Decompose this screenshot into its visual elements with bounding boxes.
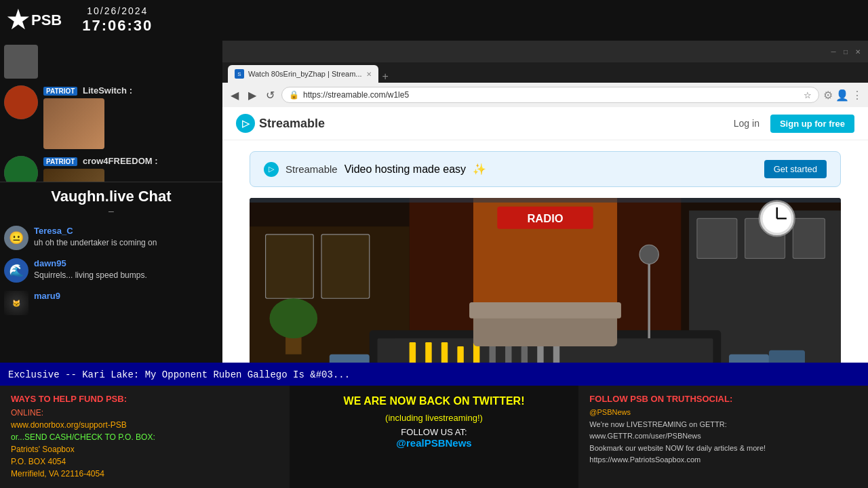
chat-username: dawn95 (34, 258, 218, 268)
avatar: 🌊 (4, 258, 28, 283)
menu-icon[interactable]: ⋮ (852, 89, 863, 102)
svg-rect-11 (266, 235, 314, 298)
streamable-body: ▷ Streamable Log in Sign up for free ▷ S… (222, 107, 868, 363)
browser-titlebar: ─ □ ✕ (222, 41, 868, 62)
chat-message: uh oh the undertaker is coming on (34, 237, 218, 249)
browser-actions: ⚙ 👤 ⋮ (823, 89, 863, 102)
promo-name: Streamable (285, 163, 338, 175)
vaughn-chat-header: Vaughn.live Chat – (0, 182, 222, 222)
donate-url[interactable]: www.donorbox.org/support-PSB (11, 419, 279, 431)
bookmark-icon[interactable]: ☆ (804, 90, 812, 100)
login-link[interactable]: Log in (734, 118, 760, 129)
list-item: PATRIOT LiteSwitch : (4, 85, 218, 149)
browser-pane: ─ □ ✕ S Watch 80sErin_byZhap | Stream...… (222, 41, 868, 363)
forward-button[interactable]: ▶ (245, 87, 259, 103)
add-tab-button[interactable]: + (382, 70, 389, 83)
maximize-button[interactable]: □ (841, 47, 850, 56)
tab-close-button[interactable]: ✕ (366, 70, 372, 78)
chat-entries: PATRIOT LiteSwitch : PATRIOT (0, 41, 222, 182)
svg-rect-27 (457, 346, 463, 363)
patriots-url[interactable]: https://www.PatriotsSoapbox.com (589, 454, 857, 466)
chat-gif: 🐻 (43, 169, 104, 182)
back-button[interactable]: ◀ (228, 87, 241, 103)
city: Merrifield, VA 22116-4054 (11, 468, 279, 480)
news-ticker: Exclusive -- Kari Lake: My Opponent Rube… (0, 363, 868, 386)
bookmark-text: Bookmark our website NOW for daily artic… (589, 443, 857, 455)
org-name: Patriots' Soapbox (11, 443, 279, 455)
streamable-name: Streamable (259, 117, 325, 131)
truthsocial-col: FOLLOW PSB ON TRUTHSOCIAL: @PSBNews We'r… (578, 386, 868, 488)
svg-rect-38 (769, 350, 805, 363)
live-chat-content: maru9 (34, 291, 218, 302)
chat-username: Teresa_C (34, 226, 218, 236)
avatar (4, 85, 38, 119)
twitter-col: WE ARE NOW BACK ON TWITTER! (including l… (290, 386, 579, 488)
twitter-handle: @realPSBNews (300, 437, 568, 449)
browser-tab[interactable]: S Watch 80sErin_byZhap | Stream... ✕ (228, 65, 378, 83)
svg-rect-26 (441, 342, 448, 363)
svg-rect-36 (330, 354, 370, 363)
chat-username: maru9 (34, 291, 218, 301)
list-item: 🌊 dawn95 Squirrels... living speed bumps… (4, 258, 218, 283)
svg-text:RADIO: RADIO (527, 212, 563, 224)
bottom-section: Exclusive -- Kari Lake: My Opponent Rube… (0, 363, 868, 488)
gettr-url[interactable]: www.GETTR.com/user/PSBNews (589, 430, 857, 443)
tab-title: Watch 80sErin_byZhap | Stream... (248, 70, 362, 78)
minimize-button[interactable]: ─ (829, 47, 838, 56)
video-thumbnail[interactable]: RADIO (250, 198, 841, 363)
svg-rect-14 (697, 218, 737, 258)
vaughn-chat-line: – (7, 205, 216, 216)
svg-rect-42 (469, 302, 621, 319)
star-icon: ★ (7, 6, 28, 35)
patriot-badge: PATRIOT (43, 87, 77, 96)
svg-rect-24 (410, 342, 416, 363)
streamable-logo: ▷ Streamable (236, 114, 325, 133)
ticker-text: Exclusive -- Kari Lake: My Opponent Rube… (8, 369, 350, 380)
studio-svg: RADIO (250, 198, 841, 363)
fund-info-col: WAYS TO HELP FUND PSB: ONLINE: www.donor… (0, 386, 290, 488)
window-controls[interactable]: ─ □ ✕ (829, 47, 863, 56)
promo-banner: ▷ Streamable Video hosting made easy ✨ G… (250, 151, 841, 187)
chat-content: PATRIOT LiteSwitch : (43, 85, 218, 149)
vaughn-chat-title: Vaughn.live Chat (7, 188, 216, 205)
info-row: WAYS TO HELP FUND PSB: ONLINE: www.donor… (0, 386, 868, 488)
refresh-button[interactable]: ↺ (263, 87, 277, 103)
chat-content: PATRIOT crow4FREEDOM : 🐻 (43, 156, 218, 182)
svg-rect-37 (729, 354, 769, 363)
svg-rect-25 (425, 342, 431, 363)
svg-rect-12 (321, 235, 370, 298)
time-display: 17:06:30 (82, 17, 153, 35)
svg-point-40 (269, 298, 317, 338)
url-text: https://streamable.com/w1le5 (303, 90, 409, 100)
svg-rect-29 (490, 345, 496, 363)
signup-button[interactable]: Sign up for free (770, 115, 854, 133)
twitter-title: WE ARE NOW BACK ON TWITTER! (300, 394, 568, 409)
truthsocial-label: FOLLOW PSB ON TRUTHSOCIAL: (589, 394, 857, 404)
list-item: 🐱 maru9 (4, 291, 218, 315)
online-label: ONLINE: (11, 407, 279, 419)
streamable-logo-icon: ▷ (236, 114, 255, 133)
chat-username: PATRIOT crow4FREEDOM : (43, 156, 218, 166)
extension-icon[interactable]: ⚙ (823, 89, 833, 102)
promo-tagline: Video hosting made easy (344, 163, 466, 176)
chat-gif (43, 98, 104, 149)
profile-icon[interactable]: 👤 (835, 89, 849, 102)
follow-label: FOLLOW US AT: (300, 427, 568, 437)
address-bar[interactable]: 🔒 https://streamable.com/w1le5 ☆ (281, 87, 819, 103)
address-bar-row: ◀ ▶ ↺ 🔒 https://streamable.com/w1le5 ☆ ⚙… (222, 83, 868, 107)
truthsocial-handle: @PSBNews (589, 407, 857, 419)
top-bar: ★ PSB 10/26/2024 17:06:30 (0, 0, 868, 41)
tab-bar: S Watch 80sErin_byZhap | Stream... ✕ + (222, 62, 868, 83)
sidebar: PATRIOT LiteSwitch : PATRIOT (0, 41, 222, 363)
main-area: PATRIOT LiteSwitch : PATRIOT (0, 41, 868, 363)
avatar (4, 156, 38, 182)
get-started-button[interactable]: Get started (764, 160, 827, 178)
datetime: 10/26/2024 17:06:30 (82, 5, 153, 35)
list-item: 😐 Teresa_C uh oh the undertaker is comin… (4, 226, 218, 250)
live-chat-section: 😐 Teresa_C uh oh the undertaker is comin… (0, 222, 222, 363)
svg-rect-3 (250, 198, 841, 203)
po-box: P.O. BOX 4054 (11, 455, 279, 468)
close-button[interactable]: ✕ (853, 47, 863, 56)
chat-username: PATRIOT LiteSwitch : (43, 85, 218, 96)
sparkle-icon: ✨ (473, 163, 486, 176)
